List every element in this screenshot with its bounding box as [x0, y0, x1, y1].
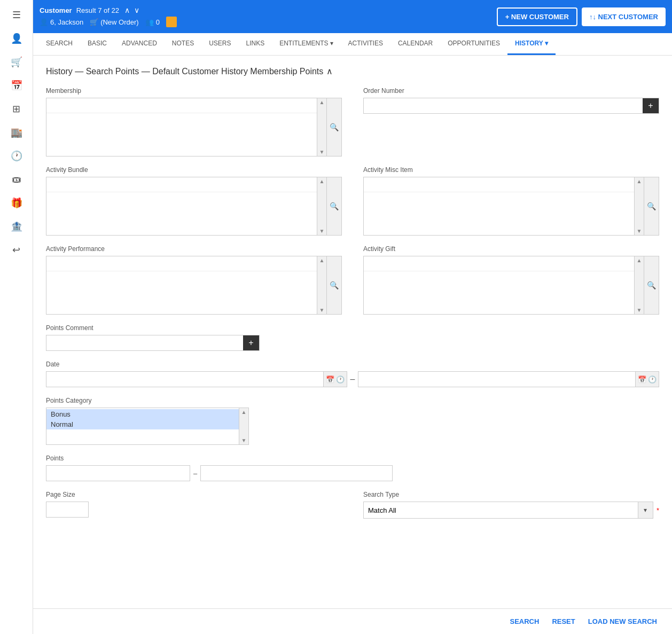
- scroll-up-icon: ▲: [319, 257, 325, 263]
- membership-group: Membership ▲ ▼ 🔍: [46, 87, 342, 156]
- load-new-search-button[interactable]: LOAD NEW SEARCH: [586, 614, 659, 629]
- activity-misc-listbox: ▲ ▼ 🔍: [363, 177, 659, 236]
- points-cat-item-bonus[interactable]: Bonus: [46, 409, 239, 419]
- user-small-icon: 👤: [40, 18, 48, 26]
- activity-misc-search-input[interactable]: [364, 177, 634, 192]
- users-small-icon: 👥: [145, 18, 154, 26]
- scroll-down-icon: ▼: [319, 149, 325, 155]
- date-to-input[interactable]: [358, 372, 635, 387]
- membership-listbox-main: [46, 98, 317, 156]
- page-size-group: Page Size 50: [46, 491, 342, 519]
- tab-notes[interactable]: NOTES: [165, 33, 201, 55]
- sidebar-item-calendar[interactable]: 📅: [6, 75, 27, 96]
- order-number-group: Order Number +: [363, 87, 659, 156]
- order-number-input[interactable]: [364, 98, 643, 113]
- package-icon: [166, 17, 177, 27]
- tab-activities[interactable]: ACTIVITIES: [341, 33, 390, 55]
- new-customer-button[interactable]: + NEW CUSTOMER: [497, 7, 577, 26]
- points-category-label: Points Category: [46, 397, 249, 404]
- tab-opportunities[interactable]: OPPORTUNITIES: [440, 33, 507, 55]
- scroll-down-icon: ▼: [637, 228, 642, 234]
- tab-calendar[interactable]: CALENDAR: [390, 33, 440, 55]
- empty-group-right: [281, 324, 659, 351]
- header-buttons: + NEW CUSTOMER ↑↓ NEXT CUSTOMER: [497, 7, 666, 26]
- form-row-page-search: Page Size 50 Search Type Match All Match…: [46, 491, 659, 519]
- activity-performance-scrollbar: ▲ ▼: [317, 256, 326, 314]
- tab-history[interactable]: HISTORY ▾: [507, 33, 556, 55]
- sidebar-item-widgets[interactable]: ⊞: [6, 98, 27, 120]
- points-cat-scrollbar: ▲ ▼: [239, 408, 248, 444]
- cart-label: (New Order): [100, 18, 139, 26]
- activity-gift-group: Activity Gift ▲ ▼ 🔍: [363, 245, 659, 315]
- nav-up-btn[interactable]: ∧: [123, 6, 131, 14]
- sidebar-item-store[interactable]: 🏬: [6, 122, 27, 143]
- order-number-input-wrapper: +: [363, 98, 659, 114]
- nav-down-btn[interactable]: ∨: [133, 6, 140, 14]
- sidebar-item-user[interactable]: 👤: [6, 28, 27, 49]
- tab-search[interactable]: SEARCH: [38, 33, 80, 55]
- search-type-label: Search Type: [363, 491, 659, 498]
- points-label: Points: [46, 455, 659, 462]
- tab-advanced[interactable]: ADVANCED: [114, 33, 165, 55]
- scroll-up-icon: ▲: [637, 178, 642, 184]
- tab-basic[interactable]: BASIC: [80, 33, 114, 55]
- sidebar-item-gift[interactable]: 🎁: [6, 192, 27, 214]
- activity-misc-label: Activity Misc Item: [363, 166, 659, 174]
- activity-performance-search-input[interactable]: [46, 256, 317, 271]
- points-to-input[interactable]: [200, 465, 393, 481]
- scroll-up-icon: ▲: [241, 409, 247, 415]
- activity-bundle-search-icon[interactable]: 🔍: [326, 177, 341, 235]
- clock-from-icon[interactable]: 🕐: [336, 375, 345, 383]
- tab-links[interactable]: LINKS: [239, 33, 272, 55]
- tab-users[interactable]: USERS: [201, 33, 238, 55]
- membership-search-input[interactable]: [46, 98, 317, 113]
- activity-gift-list-area: [364, 271, 634, 314]
- activity-gift-search-icon[interactable]: 🔍: [644, 256, 659, 314]
- points-from-input[interactable]: [46, 465, 190, 481]
- sidebar-item-cart[interactable]: 🛒: [6, 51, 27, 73]
- activity-misc-list-area: [364, 192, 634, 235]
- main-area: Customer Result 7 of 22 ∧ ∨ 👤 6, Jackson…: [33, 0, 672, 634]
- nav-arrows: ∧ ∨: [123, 6, 140, 14]
- collapse-icon[interactable]: ∧: [326, 66, 333, 76]
- order-number-add-button[interactable]: +: [643, 98, 659, 113]
- activity-performance-search-icon[interactable]: 🔍: [326, 256, 341, 314]
- points-comment-input[interactable]: [46, 335, 243, 350]
- membership-search-icon[interactable]: 🔍: [326, 98, 341, 156]
- activity-misc-main: [364, 177, 634, 235]
- sidebar-item-giftcard[interactable]: 🎟: [6, 169, 27, 190]
- sidebar-item-bank[interactable]: 🏦: [6, 216, 27, 237]
- date-from-wrapper: 📅 🕐: [46, 371, 347, 387]
- form-row-points-category: Points Category Bonus Normal ▲ ▼: [46, 397, 659, 445]
- activity-gift-search-input[interactable]: [364, 256, 634, 271]
- activity-bundle-listbox: ▲ ▼ 🔍: [46, 177, 342, 236]
- reset-button[interactable]: RESET: [550, 614, 577, 629]
- tab-entitlements[interactable]: ENTITLEMENTS ▾: [272, 33, 340, 55]
- sidebar-item-exit[interactable]: ↩: [6, 239, 27, 261]
- header-left: Customer Result 7 of 22 ∧ ∨ 👤 6, Jackson…: [40, 6, 177, 27]
- next-customer-button[interactable]: ↑↓ NEXT CUSTOMER: [582, 7, 666, 26]
- search-button[interactable]: SEARCH: [507, 614, 541, 629]
- cart-small-icon: 🛒: [90, 18, 98, 26]
- points-cat-item-normal[interactable]: Normal: [46, 419, 239, 429]
- points-range-row: –: [46, 465, 659, 481]
- calendar-from-icon[interactable]: 📅: [326, 375, 334, 383]
- search-type-select[interactable]: Match All Match Any: [364, 502, 638, 518]
- activity-bundle-search-input[interactable]: [46, 177, 317, 192]
- sidebar-item-history[interactable]: 🕐: [6, 145, 27, 167]
- bottom-action-bar: SEARCH RESET LOAD NEW SEARCH: [33, 608, 672, 634]
- activity-misc-search-icon[interactable]: 🔍: [644, 177, 659, 235]
- calendar-to-icon[interactable]: 📅: [638, 375, 646, 383]
- form-row-activity-bundle: Activity Bundle ▲ ▼ 🔍 Activity Misc Item: [46, 166, 659, 236]
- hamburger-menu-icon[interactable]: ☰: [6, 4, 27, 26]
- date-from-input[interactable]: [46, 372, 323, 387]
- points-comment-label: Points Comment: [46, 324, 260, 332]
- form-row-membership: Membership ▲ ▼ 🔍 Order Number: [46, 87, 659, 156]
- clock-to-icon[interactable]: 🕐: [648, 375, 657, 383]
- result-text: Result 7 of 22: [76, 6, 119, 14]
- form-row-date: Date 📅 🕐 – 📅 🕐: [46, 361, 659, 387]
- customer-label: Customer: [40, 6, 72, 14]
- page-size-input[interactable]: 50: [46, 502, 89, 518]
- points-comment-add-button[interactable]: +: [243, 335, 259, 350]
- search-type-arrow-icon: ▾: [638, 502, 653, 518]
